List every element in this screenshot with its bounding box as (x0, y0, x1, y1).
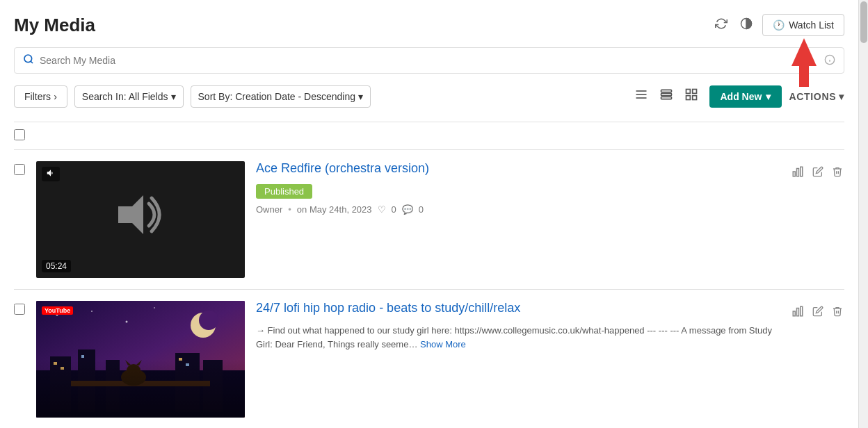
item2-info: 24/7 lofi hip hop radio - beats to study… (256, 301, 779, 351)
filters-button[interactable]: Filters › (14, 85, 67, 108)
header-actions: 🕐 Watch List (712, 14, 844, 36)
speaker-icon (113, 187, 168, 253)
search-in-chevron-icon: ▾ (171, 91, 176, 102)
item2-title[interactable]: 24/7 lofi hip hop radio - beats to study… (256, 301, 779, 315)
actions-chevron-icon: ▾ (839, 91, 844, 102)
item1-title[interactable]: Ace Redfire (orchestra version) (256, 161, 779, 176)
item1-checkbox[interactable] (14, 164, 25, 175)
item1-comment-icon: 💬 (402, 204, 413, 215)
svg-rect-12 (692, 90, 696, 94)
add-new-chevron-icon: ▾ (766, 91, 771, 102)
item2-show-more[interactable]: Show More (420, 339, 466, 349)
svg-rect-8 (661, 90, 671, 92)
svg-rect-43 (797, 308, 799, 316)
svg-rect-28 (81, 355, 84, 358)
item2-description: → Find out what happened to our study gi… (256, 324, 779, 351)
item2-video-thumb (36, 301, 245, 418)
item2-delete-button[interactable] (830, 304, 844, 321)
svg-rect-42 (793, 311, 795, 316)
item1-checkbox-col (14, 161, 25, 177)
search-in-label: Search In: All Fields (82, 91, 168, 102)
scrollbar-track[interactable] (858, 0, 868, 428)
svg-rect-17 (797, 169, 799, 176)
filters-label: Filters (24, 91, 51, 102)
svg-point-35 (126, 321, 128, 323)
add-new-label: Add New (721, 91, 762, 102)
svg-marker-15 (118, 195, 143, 234)
item1-edit-button[interactable] (811, 165, 825, 181)
item2-actions (790, 301, 844, 322)
item2-checkbox-col (14, 301, 25, 317)
svg-rect-16 (793, 172, 795, 176)
item1-status-badge: Published (256, 184, 312, 199)
search-input[interactable] (40, 55, 824, 66)
toolbar: Filters › Search In: All Fields ▾ Sort B… (14, 85, 844, 108)
sort-by-chevron-icon: ▾ (358, 91, 363, 102)
item2-yt-badge: YouTube (42, 306, 73, 315)
svg-rect-18 (801, 167, 803, 176)
actions-label: ACTIONS (789, 91, 836, 102)
item1-info: Ace Redfire (orchestra version) Publishe… (256, 161, 779, 215)
item1-actions (790, 161, 844, 182)
item2-edit-button[interactable] (811, 304, 825, 321)
item1-comments: 0 (419, 204, 424, 215)
select-all-row (14, 122, 844, 150)
svg-rect-44 (801, 306, 803, 316)
item1-owner: Owner (256, 204, 282, 215)
item2-analytics-button[interactable] (790, 304, 805, 322)
item1-analytics-button[interactable] (790, 164, 805, 182)
media-list: 05:24 Ace Redfire (orchestra version) Pu… (14, 122, 844, 428)
search-info-icon[interactable] (824, 54, 835, 67)
item1-meta-dot: • (288, 204, 291, 215)
search-in-dropdown[interactable]: Search In: All Fields ▾ (74, 85, 184, 108)
watch-list-icon: 🕐 (773, 19, 785, 31)
watch-list-label: Watch List (789, 19, 834, 31)
filters-chevron: › (54, 91, 57, 102)
refresh-button[interactable] (712, 15, 730, 35)
item1-meta: Owner • on May 24th, 2023 ♡ 0 💬 0 (256, 204, 779, 215)
item2-thumbnail[interactable]: YouTube (36, 301, 245, 418)
sort-by-label: Sort By: Creation Date - Descending (198, 91, 355, 102)
item1-heart-icon: ♡ (378, 204, 386, 215)
view-list-compact-button[interactable] (630, 85, 652, 108)
svg-point-36 (154, 307, 155, 308)
actions-button[interactable]: ACTIONS ▾ (789, 91, 844, 102)
arrow-up-icon (791, 38, 817, 66)
media-item: YouTube 24/7 lofi hip hop radio - beats … (14, 290, 844, 428)
select-all-checkbox[interactable] (14, 129, 25, 140)
contrast-button[interactable] (737, 15, 755, 35)
svg-point-34 (91, 311, 93, 312)
svg-rect-14 (692, 96, 696, 100)
watch-list-button[interactable]: 🕐 Watch List (762, 14, 844, 36)
svg-rect-9 (661, 93, 671, 95)
item1-audio-badge (42, 167, 60, 181)
sort-by-dropdown[interactable]: Sort By: Creation Date - Descending ▾ (191, 85, 371, 108)
page-title: My Media (14, 15, 95, 36)
item1-likes: 0 (392, 204, 396, 215)
arrow-shaft (799, 66, 809, 87)
svg-rect-10 (661, 97, 671, 99)
item1-thumbnail[interactable]: 05:24 (36, 161, 245, 278)
view-grid-button[interactable] (680, 85, 702, 108)
svg-rect-13 (686, 96, 690, 100)
item1-delete-button[interactable] (830, 165, 844, 181)
add-new-button[interactable]: Add New ▾ (709, 85, 782, 108)
svg-point-32 (199, 311, 218, 330)
view-toggle-group (630, 85, 702, 108)
svg-point-1 (24, 55, 32, 63)
scrollbar-thumb[interactable] (860, 1, 867, 43)
page-header: My Media 🕐 Watch L (14, 14, 844, 36)
search-icon (23, 54, 34, 67)
item1-duration: 05:24 (42, 260, 71, 272)
arrow-indicator (791, 38, 817, 87)
item2-thumb-overlay (36, 359, 245, 418)
item1-date: on May 24th, 2023 (297, 204, 372, 215)
svg-rect-11 (686, 90, 690, 94)
item2-checkbox[interactable] (14, 304, 25, 315)
search-bar (14, 47, 844, 74)
media-item: 05:24 Ace Redfire (orchestra version) Pu… (14, 150, 844, 290)
view-list-detailed-button[interactable] (655, 85, 677, 108)
